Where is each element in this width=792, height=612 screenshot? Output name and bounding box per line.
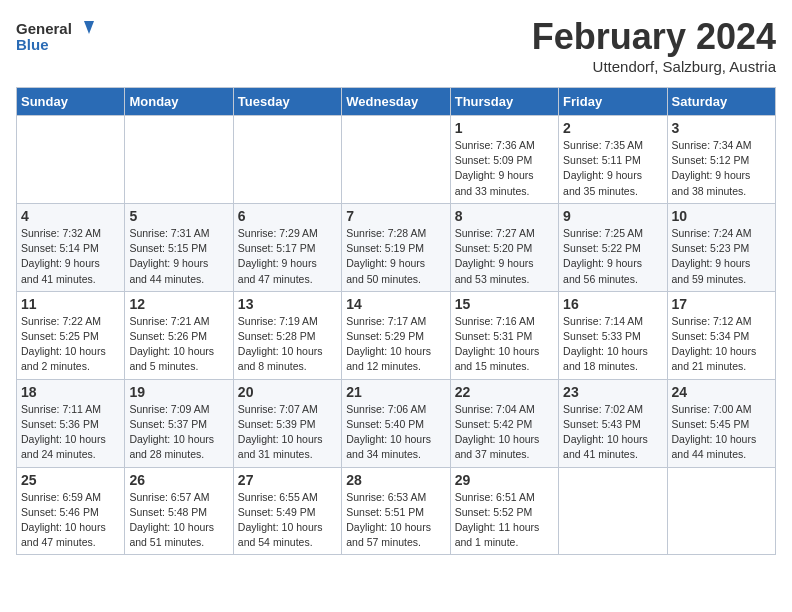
day-number: 5 bbox=[129, 208, 228, 224]
day-number: 29 bbox=[455, 472, 554, 488]
day-number: 22 bbox=[455, 384, 554, 400]
svg-text:Blue: Blue bbox=[16, 36, 49, 53]
header-cell-wednesday: Wednesday bbox=[342, 88, 450, 116]
day-info: Sunrise: 7:17 AM Sunset: 5:29 PM Dayligh… bbox=[346, 314, 445, 375]
day-info: Sunrise: 7:34 AM Sunset: 5:12 PM Dayligh… bbox=[672, 138, 771, 199]
day-number: 3 bbox=[672, 120, 771, 136]
week-row: 1Sunrise: 7:36 AM Sunset: 5:09 PM Daylig… bbox=[17, 116, 776, 204]
day-number: 17 bbox=[672, 296, 771, 312]
calendar-cell: 13Sunrise: 7:19 AM Sunset: 5:28 PM Dayli… bbox=[233, 291, 341, 379]
day-number: 15 bbox=[455, 296, 554, 312]
day-info: Sunrise: 7:16 AM Sunset: 5:31 PM Dayligh… bbox=[455, 314, 554, 375]
calendar-cell: 29Sunrise: 6:51 AM Sunset: 5:52 PM Dayli… bbox=[450, 467, 558, 555]
day-info: Sunrise: 7:11 AM Sunset: 5:36 PM Dayligh… bbox=[21, 402, 120, 463]
day-info: Sunrise: 7:36 AM Sunset: 5:09 PM Dayligh… bbox=[455, 138, 554, 199]
calendar-cell: 1Sunrise: 7:36 AM Sunset: 5:09 PM Daylig… bbox=[450, 116, 558, 204]
day-info: Sunrise: 6:55 AM Sunset: 5:49 PM Dayligh… bbox=[238, 490, 337, 551]
calendar-cell: 11Sunrise: 7:22 AM Sunset: 5:25 PM Dayli… bbox=[17, 291, 125, 379]
calendar-cell: 2Sunrise: 7:35 AM Sunset: 5:11 PM Daylig… bbox=[559, 116, 667, 204]
header-cell-thursday: Thursday bbox=[450, 88, 558, 116]
main-title: February 2024 bbox=[532, 16, 776, 58]
day-info: Sunrise: 7:19 AM Sunset: 5:28 PM Dayligh… bbox=[238, 314, 337, 375]
day-number: 11 bbox=[21, 296, 120, 312]
day-info: Sunrise: 6:59 AM Sunset: 5:46 PM Dayligh… bbox=[21, 490, 120, 551]
day-number: 20 bbox=[238, 384, 337, 400]
calendar-body: 1Sunrise: 7:36 AM Sunset: 5:09 PM Daylig… bbox=[17, 116, 776, 555]
week-row: 25Sunrise: 6:59 AM Sunset: 5:46 PM Dayli… bbox=[17, 467, 776, 555]
logo: General Blue bbox=[16, 16, 96, 61]
day-info: Sunrise: 7:00 AM Sunset: 5:45 PM Dayligh… bbox=[672, 402, 771, 463]
title-area: February 2024 Uttendorf, Salzburg, Austr… bbox=[532, 16, 776, 75]
header-cell-tuesday: Tuesday bbox=[233, 88, 341, 116]
page-header: General Blue February 2024 Uttendorf, Sa… bbox=[16, 16, 776, 75]
day-info: Sunrise: 7:22 AM Sunset: 5:25 PM Dayligh… bbox=[21, 314, 120, 375]
day-number: 7 bbox=[346, 208, 445, 224]
day-number: 13 bbox=[238, 296, 337, 312]
day-info: Sunrise: 7:29 AM Sunset: 5:17 PM Dayligh… bbox=[238, 226, 337, 287]
day-info: Sunrise: 7:14 AM Sunset: 5:33 PM Dayligh… bbox=[563, 314, 662, 375]
calendar-table: SundayMondayTuesdayWednesdayThursdayFrid… bbox=[16, 87, 776, 555]
header-cell-sunday: Sunday bbox=[17, 88, 125, 116]
calendar-cell: 23Sunrise: 7:02 AM Sunset: 5:43 PM Dayli… bbox=[559, 379, 667, 467]
calendar-cell: 17Sunrise: 7:12 AM Sunset: 5:34 PM Dayli… bbox=[667, 291, 775, 379]
day-info: Sunrise: 7:02 AM Sunset: 5:43 PM Dayligh… bbox=[563, 402, 662, 463]
calendar-header: SundayMondayTuesdayWednesdayThursdayFrid… bbox=[17, 88, 776, 116]
day-number: 4 bbox=[21, 208, 120, 224]
calendar-cell: 7Sunrise: 7:28 AM Sunset: 5:19 PM Daylig… bbox=[342, 203, 450, 291]
svg-marker-2 bbox=[84, 21, 94, 34]
calendar-cell: 26Sunrise: 6:57 AM Sunset: 5:48 PM Dayli… bbox=[125, 467, 233, 555]
day-info: Sunrise: 6:57 AM Sunset: 5:48 PM Dayligh… bbox=[129, 490, 228, 551]
day-info: Sunrise: 7:25 AM Sunset: 5:22 PM Dayligh… bbox=[563, 226, 662, 287]
day-number: 8 bbox=[455, 208, 554, 224]
day-info: Sunrise: 6:51 AM Sunset: 5:52 PM Dayligh… bbox=[455, 490, 554, 551]
calendar-cell: 6Sunrise: 7:29 AM Sunset: 5:17 PM Daylig… bbox=[233, 203, 341, 291]
calendar-cell bbox=[233, 116, 341, 204]
week-row: 11Sunrise: 7:22 AM Sunset: 5:25 PM Dayli… bbox=[17, 291, 776, 379]
calendar-cell: 4Sunrise: 7:32 AM Sunset: 5:14 PM Daylig… bbox=[17, 203, 125, 291]
week-row: 4Sunrise: 7:32 AM Sunset: 5:14 PM Daylig… bbox=[17, 203, 776, 291]
logo-svg: General Blue bbox=[16, 16, 96, 61]
day-number: 25 bbox=[21, 472, 120, 488]
day-number: 27 bbox=[238, 472, 337, 488]
header-row: SundayMondayTuesdayWednesdayThursdayFrid… bbox=[17, 88, 776, 116]
day-number: 19 bbox=[129, 384, 228, 400]
day-number: 10 bbox=[672, 208, 771, 224]
calendar-cell: 18Sunrise: 7:11 AM Sunset: 5:36 PM Dayli… bbox=[17, 379, 125, 467]
day-info: Sunrise: 7:27 AM Sunset: 5:20 PM Dayligh… bbox=[455, 226, 554, 287]
day-info: Sunrise: 7:07 AM Sunset: 5:39 PM Dayligh… bbox=[238, 402, 337, 463]
header-cell-saturday: Saturday bbox=[667, 88, 775, 116]
calendar-cell: 22Sunrise: 7:04 AM Sunset: 5:42 PM Dayli… bbox=[450, 379, 558, 467]
day-info: Sunrise: 7:21 AM Sunset: 5:26 PM Dayligh… bbox=[129, 314, 228, 375]
calendar-cell: 28Sunrise: 6:53 AM Sunset: 5:51 PM Dayli… bbox=[342, 467, 450, 555]
day-number: 6 bbox=[238, 208, 337, 224]
day-number: 1 bbox=[455, 120, 554, 136]
day-number: 2 bbox=[563, 120, 662, 136]
calendar-cell: 5Sunrise: 7:31 AM Sunset: 5:15 PM Daylig… bbox=[125, 203, 233, 291]
calendar-cell bbox=[17, 116, 125, 204]
header-cell-monday: Monday bbox=[125, 88, 233, 116]
day-number: 9 bbox=[563, 208, 662, 224]
calendar-cell: 8Sunrise: 7:27 AM Sunset: 5:20 PM Daylig… bbox=[450, 203, 558, 291]
subtitle: Uttendorf, Salzburg, Austria bbox=[532, 58, 776, 75]
calendar-cell bbox=[342, 116, 450, 204]
calendar-cell: 24Sunrise: 7:00 AM Sunset: 5:45 PM Dayli… bbox=[667, 379, 775, 467]
calendar-cell: 16Sunrise: 7:14 AM Sunset: 5:33 PM Dayli… bbox=[559, 291, 667, 379]
calendar-cell: 9Sunrise: 7:25 AM Sunset: 5:22 PM Daylig… bbox=[559, 203, 667, 291]
calendar-cell: 15Sunrise: 7:16 AM Sunset: 5:31 PM Dayli… bbox=[450, 291, 558, 379]
day-number: 23 bbox=[563, 384, 662, 400]
day-info: Sunrise: 7:24 AM Sunset: 5:23 PM Dayligh… bbox=[672, 226, 771, 287]
day-number: 18 bbox=[21, 384, 120, 400]
day-info: Sunrise: 6:53 AM Sunset: 5:51 PM Dayligh… bbox=[346, 490, 445, 551]
day-info: Sunrise: 7:28 AM Sunset: 5:19 PM Dayligh… bbox=[346, 226, 445, 287]
calendar-cell: 25Sunrise: 6:59 AM Sunset: 5:46 PM Dayli… bbox=[17, 467, 125, 555]
day-number: 28 bbox=[346, 472, 445, 488]
svg-text:General: General bbox=[16, 20, 72, 37]
day-number: 24 bbox=[672, 384, 771, 400]
calendar-cell: 14Sunrise: 7:17 AM Sunset: 5:29 PM Dayli… bbox=[342, 291, 450, 379]
header-cell-friday: Friday bbox=[559, 88, 667, 116]
day-number: 14 bbox=[346, 296, 445, 312]
day-info: Sunrise: 7:12 AM Sunset: 5:34 PM Dayligh… bbox=[672, 314, 771, 375]
day-number: 16 bbox=[563, 296, 662, 312]
calendar-cell: 21Sunrise: 7:06 AM Sunset: 5:40 PM Dayli… bbox=[342, 379, 450, 467]
day-info: Sunrise: 7:04 AM Sunset: 5:42 PM Dayligh… bbox=[455, 402, 554, 463]
